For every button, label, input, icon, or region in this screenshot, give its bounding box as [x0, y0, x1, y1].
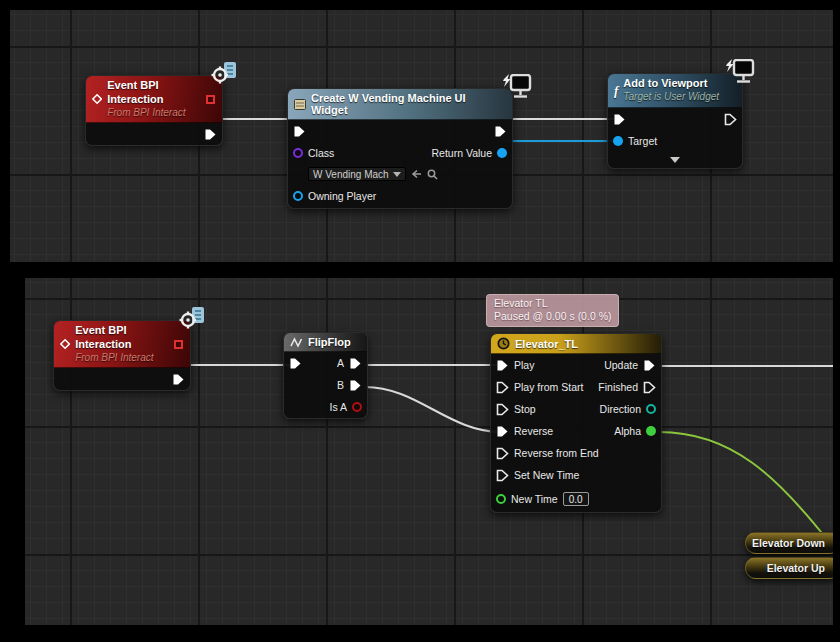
tooltip-status: Paused @ 0.00 s (0.0 %)	[494, 310, 611, 323]
reverse-from-end-label: Reverse from End	[514, 447, 599, 459]
browse-asset-icon[interactable]	[427, 169, 438, 180]
widget-icon	[294, 99, 306, 110]
return-value-label: Return Value	[431, 147, 492, 159]
tooltip-title: Elevator TL	[494, 297, 611, 310]
exec-out-pin[interactable]	[172, 373, 185, 386]
timeline-tooltip: Elevator TL Paused @ 0.00 s (0.0 %)	[486, 294, 619, 327]
class-select[interactable]: W Vending Mach	[308, 167, 406, 181]
node-subtitle: From BPI Interact	[75, 352, 169, 365]
exec-out-a-pin[interactable]	[349, 357, 362, 370]
node-create-widget[interactable]: Create W Vending Machine UI Widget Class…	[287, 88, 513, 209]
stop-pin[interactable]	[496, 403, 509, 416]
exec-in-pin[interactable]	[289, 357, 302, 370]
node-title: FlipFlop	[308, 336, 351, 348]
node-elevator-tl-timeline[interactable]: Elevator_TL Play Update Play from Start …	[490, 333, 662, 513]
pin-b-label: B	[337, 379, 344, 391]
direction-pin[interactable]	[646, 404, 656, 414]
blueprint-class-icon	[179, 305, 206, 332]
reverse-from-end-pin[interactable]	[496, 447, 509, 460]
chevron-down-icon	[393, 172, 401, 177]
exec-out-pin[interactable]	[494, 125, 507, 138]
is-a-label: Is A	[329, 401, 347, 413]
set-new-time-pin[interactable]	[496, 469, 509, 482]
exec-in-pin[interactable]	[613, 113, 626, 126]
update-label: Update	[604, 359, 638, 371]
delegate-pin[interactable]	[206, 95, 215, 104]
node-title: Event BPI Interaction	[107, 79, 201, 107]
reverse-pin[interactable]	[496, 425, 509, 438]
graph-panel-top[interactable]: Event BPI Interaction From BPI Interact	[10, 10, 833, 262]
event-diamond-icon	[92, 93, 102, 105]
blueprint-editor-screenshot: { "colors": { "exec_wire": "#d9d9d9", "w…	[0, 0, 840, 642]
function-f-icon: f	[614, 83, 618, 99]
is-a-pin[interactable]	[352, 402, 362, 412]
node-add-to-viewport[interactable]: f Add to Viewport Target is User Widget …	[607, 73, 743, 169]
play-pin[interactable]	[496, 359, 509, 372]
exec-in-pin[interactable]	[293, 125, 306, 138]
monitor-lightning-icon	[724, 59, 755, 85]
flipflop-icon	[290, 337, 303, 348]
finished-label: Finished	[598, 381, 638, 393]
node-event-bpi-interaction[interactable]: Event BPI Interaction From BPI Interact	[53, 320, 191, 391]
stop-label: Stop	[514, 403, 536, 415]
play-label: Play	[514, 359, 534, 371]
class-select-value: W Vending Mach	[313, 169, 389, 180]
finished-pin[interactable]	[643, 381, 656, 394]
new-time-input[interactable]: 0.0	[563, 492, 589, 506]
elevator-up-label: Elevator Up	[767, 562, 825, 574]
target-pin[interactable]	[613, 136, 623, 146]
return-value-pin[interactable]	[497, 148, 507, 158]
node-flipflop[interactable]: FlipFlop A B Is A	[283, 332, 368, 419]
update-pin[interactable]	[643, 359, 656, 372]
set-new-time-label: Set New Time	[514, 469, 579, 481]
use-selected-asset-icon[interactable]	[411, 169, 422, 179]
monitor-lightning-icon	[501, 74, 532, 100]
pin-a-label: A	[337, 357, 344, 369]
node-title: Add to Viewport	[623, 77, 719, 91]
graph-panel-bottom[interactable]: Event BPI Interaction From BPI Interact …	[25, 278, 833, 625]
target-pin-label: Target	[628, 135, 657, 147]
new-time-pin[interactable]	[496, 494, 506, 504]
blueprint-class-icon	[211, 60, 238, 87]
new-time-label: New Time	[511, 493, 558, 505]
delegate-pin[interactable]	[174, 340, 183, 349]
class-pin-label: Class	[308, 147, 334, 159]
alpha-pin[interactable]	[646, 426, 656, 436]
node-subtitle: Target is User Widget	[623, 91, 719, 104]
node-event-bpi-interaction[interactable]: Event BPI Interaction From BPI Interact	[85, 75, 223, 146]
event-diamond-icon	[60, 338, 70, 350]
node-subtitle: From BPI Interact	[107, 107, 201, 120]
exec-out-b-pin[interactable]	[349, 379, 362, 392]
exec-out-pin[interactable]	[724, 113, 737, 126]
node-title: Elevator_TL	[515, 338, 578, 350]
class-pin[interactable]	[293, 148, 303, 158]
node-title: Event BPI Interaction	[75, 324, 169, 352]
elevator-down-label: Elevator Down	[752, 537, 825, 549]
reverse-label: Reverse	[514, 425, 553, 437]
owning-player-label: Owning Player	[308, 190, 376, 202]
node-title: Create W Vending Machine UI Widget	[311, 92, 505, 116]
owning-player-pin[interactable]	[293, 191, 303, 201]
play-from-start-label: Play from Start	[514, 381, 583, 393]
collapse-chevron-icon[interactable]	[670, 157, 680, 163]
node-elevator-down[interactable]: Elevator Down	[745, 532, 833, 554]
alpha-label: Alpha	[614, 425, 641, 437]
exec-out-pin[interactable]	[204, 128, 217, 141]
node-elevator-up[interactable]: Elevator Up	[745, 557, 833, 579]
play-from-start-pin[interactable]	[496, 381, 509, 394]
direction-label: Direction	[600, 403, 641, 415]
clock-icon	[497, 337, 510, 350]
